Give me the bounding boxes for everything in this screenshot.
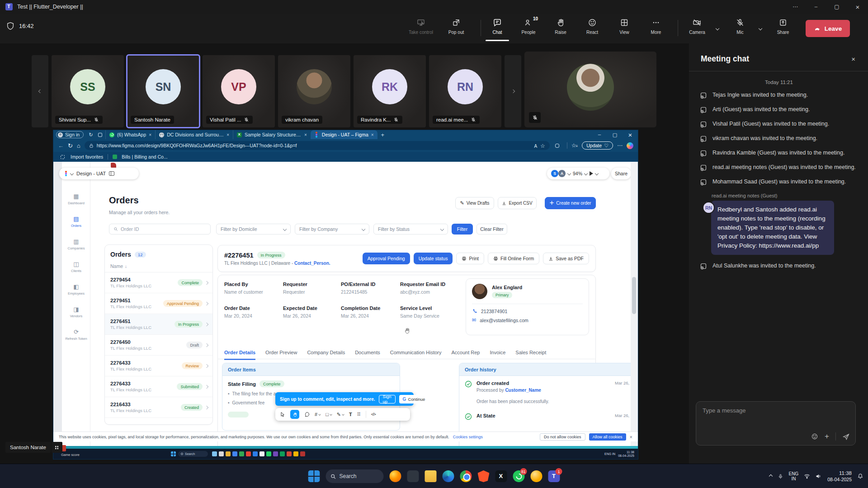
taskbar-search[interactable]: Search	[326, 469, 384, 483]
participant-tile[interactable]: RN read.ai mee...	[429, 55, 501, 127]
taskbar-app-icon[interactable]: 81	[513, 470, 525, 482]
participant-tile[interactable]: vikram chavan	[278, 55, 350, 127]
signup-button[interactable]: Sign up	[379, 395, 396, 404]
figma-view-toolbar[interactable]: S A 94%	[547, 168, 609, 179]
scroll-right-button[interactable]	[505, 55, 521, 127]
order-row[interactable]: 2276433 TL Flex Holdings LLC Review	[105, 356, 212, 376]
mic-options-chevron[interactable]	[759, 23, 762, 32]
scrollbar-thumb[interactable]	[632, 277, 636, 314]
mini-system-tray[interactable]: ENG IN 11:3808-04-2025	[604, 450, 634, 458]
collaborator-avatar[interactable]: S	[551, 170, 558, 177]
attach-plus-icon[interactable]	[825, 432, 829, 441]
order-id-search[interactable]	[109, 224, 211, 235]
emoji-icon[interactable]	[811, 433, 818, 440]
raise-hand-button[interactable]: Raise	[546, 17, 575, 35]
customer-name-link[interactable]: Customer_Name	[505, 388, 541, 393]
volume-icon[interactable]	[816, 473, 822, 479]
send-icon[interactable]	[842, 433, 850, 441]
detail-tab[interactable]: Company Details	[307, 348, 345, 359]
allow-cookies-button[interactable]: Allow all cookies	[589, 433, 626, 441]
camera-options-chevron[interactable]	[716, 23, 719, 32]
tray-expand-chevron[interactable]	[769, 474, 772, 478]
workspaces-icon[interactable]	[96, 131, 104, 138]
contact-person-link[interactable]: Contact_Person.	[294, 261, 330, 266]
mini-taskbar-apps[interactable]	[212, 451, 305, 456]
home-icon[interactable]: ⌂	[77, 142, 80, 149]
present-chevron[interactable]	[595, 172, 599, 175]
extensions-icon[interactable]	[554, 142, 561, 149]
new-tab-button[interactable]: +	[381, 131, 385, 138]
sidebar-item[interactable]: Dashboard	[62, 193, 90, 205]
clock[interactable]: 11:3808-04-2025	[827, 470, 852, 483]
pop-out-button[interactable]: Pop out	[442, 17, 471, 35]
sidebar-item[interactable]: Companies	[62, 239, 90, 250]
detail-tab[interactable]: Order Details	[224, 348, 255, 359]
save-as-pdf-button[interactable]: Save as PDF	[543, 253, 589, 264]
update-status-button[interactable]: Update status	[414, 253, 453, 264]
order-row[interactable]: 2279451 TL Flex Holdings LLC Approval Pe…	[105, 293, 212, 314]
browser-tab[interactable]: DC Divisions and Surroundings ×	[155, 130, 233, 139]
bills-bookmark-link[interactable]: Bills | Billing and Co...	[122, 154, 167, 160]
detail-tab[interactable]: Documents	[355, 348, 380, 359]
frame-tool-icon[interactable]	[315, 412, 321, 417]
mic-button[interactable]: Mic	[726, 17, 755, 35]
hand-tool-icon[interactable]	[290, 410, 299, 419]
taskbar-app-icon[interactable]	[495, 470, 507, 482]
taskbar-app-icon[interactable]	[443, 470, 454, 482]
taskbar-app-icon[interactable]	[531, 470, 542, 482]
view-drafts-button[interactable]: View Drafts	[455, 197, 494, 209]
cookie-settings-link[interactable]: Cookies settings	[453, 435, 483, 439]
taskbar-app-icon[interactable]	[478, 470, 490, 482]
browser-tab[interactable]: Sample Salary Structure with calc ×	[233, 130, 311, 139]
filter-button[interactable]: Filter	[452, 224, 473, 235]
collaborator-avatar[interactable]: A	[558, 170, 566, 177]
notification-bell-icon[interactable]	[857, 473, 863, 479]
start-button[interactable]	[308, 470, 320, 482]
participant-tile[interactable]: SN Santosh Narate	[127, 55, 199, 127]
share-button[interactable]: Share	[769, 17, 797, 35]
page-scrollbar[interactable]	[631, 162, 638, 446]
window-more-button[interactable]	[785, 0, 806, 14]
shape-tool-icon[interactable]	[326, 412, 332, 417]
order-row[interactable]: 2279454 TL Flex Holdings LLC Complete	[105, 272, 212, 293]
read-aloud-icon[interactable]	[534, 141, 537, 150]
detail-tab[interactable]: Invoice	[490, 348, 505, 359]
tab-close-icon[interactable]: ×	[226, 132, 229, 137]
create-order-button[interactable]: Create new order	[545, 197, 596, 209]
move-tool-icon[interactable]	[280, 412, 285, 417]
window-minimize-button[interactable]	[806, 0, 826, 14]
taskbar-app-icon[interactable]	[425, 470, 437, 482]
sidebar-item[interactable]: Orders	[62, 216, 90, 228]
sidebar-item[interactable]: Employees	[62, 284, 90, 296]
sidebar-item[interactable]: Vendors	[62, 306, 90, 318]
layout-toggle-icon[interactable]	[109, 171, 114, 176]
tab-close-icon[interactable]: ×	[304, 132, 307, 137]
react-button[interactable]: React	[578, 17, 607, 35]
browser-maximize-button[interactable]	[607, 130, 623, 139]
mini-search-box[interactable]: Search	[178, 451, 208, 457]
tab-close-icon[interactable]: ×	[371, 132, 374, 137]
participant-tile[interactable]: SS Shivani Sup...	[52, 55, 124, 127]
participant-tile[interactable]: VP Vishal Patil ...	[203, 55, 275, 127]
google-continue-button[interactable]: Continue	[399, 395, 429, 404]
sidebar-item[interactable]: Refresh Token	[62, 329, 90, 341]
export-csv-button[interactable]: Export CSV	[498, 197, 537, 209]
chat-close-icon[interactable]: ×	[851, 55, 855, 63]
zoom-chevron[interactable]	[584, 172, 588, 175]
scroll-left-button[interactable]	[32, 55, 48, 127]
detail-tab[interactable]: Order Preview	[265, 348, 297, 359]
window-maximize-button[interactable]	[826, 0, 847, 14]
contact-phone-row[interactable]: 2123874901	[472, 309, 583, 314]
taskbar-app-icon[interactable]	[390, 470, 401, 482]
taskbar-app-icon[interactable]	[460, 470, 472, 482]
contact-email-row[interactable]: ✉ alex@vstatefilings.com	[472, 317, 583, 323]
history-icon[interactable]: ↻	[87, 131, 94, 138]
taskbar-app-icon[interactable]	[407, 470, 419, 482]
window-close-button[interactable]	[847, 0, 868, 14]
cookie-close-icon[interactable]: ×	[630, 434, 632, 440]
people-button[interactable]: 10 People	[514, 17, 543, 35]
filter-domicile-select[interactable]: Filter by Domicile	[216, 224, 291, 235]
address-bar[interactable]: https://www.figma.com/design/9BKQ0FOHRWa…	[85, 141, 550, 150]
mini-start-icon[interactable]	[171, 451, 176, 456]
clear-filter-button[interactable]: Clear Filter	[476, 224, 507, 235]
